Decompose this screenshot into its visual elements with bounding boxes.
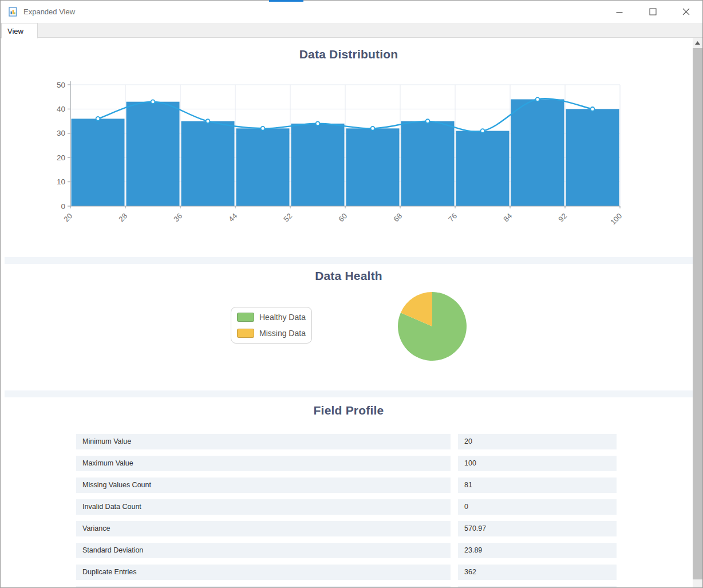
section-title-data-health: Data Health (5, 269, 693, 283)
row-label (76, 586, 451, 587)
svg-text:60: 60 (337, 212, 349, 224)
section-data-distribution: Data Distribution 0102030405020283644526… (5, 38, 693, 257)
svg-text:20: 20 (62, 212, 74, 224)
legend-item-missing: Missing Data (237, 329, 306, 338)
app-window: Expanded View View Data Distribution 010… (0, 0, 703, 588)
row-label: Missing Values Count (76, 477, 451, 493)
app-icon (8, 7, 18, 17)
svg-text:20: 20 (57, 153, 65, 162)
svg-text:28: 28 (117, 212, 129, 224)
menu-bar: View (1, 23, 702, 38)
title-bar: Expanded View (1, 1, 702, 23)
histogram-chart: 0102030405020283644526068768492100 (5, 38, 693, 257)
svg-text:50: 50 (57, 81, 65, 89)
close-icon (682, 8, 690, 15)
background-window-edge (269, 0, 303, 2)
svg-text:84: 84 (501, 212, 514, 224)
legend-label-healthy: Healthy Data (259, 313, 306, 322)
row-label: Maximum Value (76, 456, 451, 471)
scrollbar-thumb[interactable] (693, 48, 702, 579)
row-value: 20 (458, 434, 617, 449)
table-row: Maximum Value 100 (5, 456, 693, 471)
legend-label-missing: Missing Data (259, 329, 306, 338)
row-label: Standard Deviation (76, 543, 451, 558)
table-row: Invalid Data Count 0 (5, 499, 693, 515)
svg-text:44: 44 (227, 212, 239, 224)
svg-text:36: 36 (172, 212, 184, 224)
row-value: 362 (458, 565, 617, 580)
section-data-health: Data Health Healthy Data Missing Data (5, 264, 693, 390)
svg-text:52: 52 (282, 212, 294, 224)
table-row: Standard Deviation 23.89 (5, 543, 693, 558)
scroll-up-button[interactable] (693, 38, 702, 48)
svg-text:30: 30 (57, 129, 65, 137)
row-label: Minimum Value (76, 434, 451, 449)
healthy-data-swatch (237, 313, 254, 322)
maximize-icon (649, 8, 657, 15)
menu-item-view[interactable]: View (1, 23, 38, 38)
row-label: Invalid Data Count (76, 499, 451, 515)
row-value: 23.89 (458, 543, 617, 558)
row-value: 0 (458, 499, 617, 515)
legend-item-healthy: Healthy Data (237, 313, 306, 322)
svg-text:100: 100 (609, 212, 623, 227)
table-row: Missing Values Count 81 (5, 477, 693, 493)
table-row: Minimum Value 20 (5, 434, 693, 449)
vertical-scrollbar[interactable] (693, 38, 702, 587)
table-row (5, 586, 693, 587)
svg-text:40: 40 (57, 105, 65, 113)
section-field-profile: Field Profile Minimum Value 20 Maximum V… (5, 397, 693, 587)
pie-chart (392, 286, 472, 366)
scroll-up-arrow-icon (695, 41, 700, 45)
svg-text:10: 10 (57, 177, 65, 186)
svg-text:0: 0 (61, 202, 65, 211)
section-divider (5, 257, 693, 264)
missing-data-swatch (237, 329, 254, 338)
row-value (458, 586, 617, 587)
close-button[interactable] (669, 1, 702, 23)
row-value: 100 (458, 456, 617, 471)
svg-text:92: 92 (556, 212, 568, 224)
table-row: Variance 570.97 (5, 521, 693, 536)
pie-legend: Healthy Data Missing Data (231, 307, 312, 344)
svg-text:68: 68 (392, 212, 404, 224)
table-row: Duplicate Entries 362 (5, 565, 693, 580)
row-label: Variance (76, 521, 451, 536)
minimize-icon (616, 9, 623, 15)
row-value: 81 (458, 477, 617, 493)
section-title-field-profile: Field Profile (5, 404, 693, 417)
maximize-button[interactable] (636, 1, 669, 23)
row-label: Duplicate Entries (76, 565, 451, 580)
svg-text:76: 76 (447, 212, 459, 224)
window-controls (603, 1, 702, 23)
window-title: Expanded View (23, 7, 75, 16)
minimize-button[interactable] (603, 1, 636, 23)
section-divider (5, 390, 693, 397)
row-value: 570.97 (458, 521, 617, 536)
main-content: Data Distribution 0102030405020283644526… (1, 38, 702, 587)
